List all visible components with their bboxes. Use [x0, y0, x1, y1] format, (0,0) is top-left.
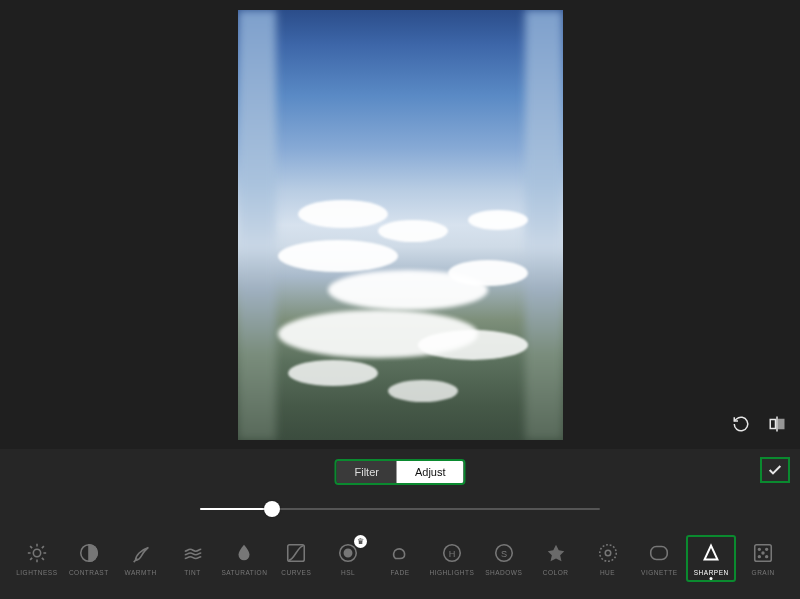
mode-tabs: Filter Adjust — [334, 459, 465, 485]
tool-fade[interactable]: FADE — [377, 541, 423, 576]
canvas-area — [0, 10, 800, 440]
tool-label: CURVES — [281, 569, 311, 576]
tool-tint[interactable]: TINT — [170, 541, 216, 576]
svg-point-3 — [33, 549, 40, 556]
svg-text:S: S — [501, 548, 507, 558]
highlights-icon: H — [440, 541, 464, 565]
tab-adjust[interactable]: Adjust — [397, 461, 464, 483]
adjust-tool-row: LIGHTNESSCONTRASTWARMTHTINTSATURATIONCUR… — [0, 527, 800, 589]
grain-icon — [751, 541, 775, 565]
svg-point-22 — [605, 550, 611, 556]
photo-preview[interactable] — [238, 10, 563, 440]
fade-icon — [388, 541, 412, 565]
svg-rect-1 — [770, 420, 775, 429]
svg-rect-2 — [779, 420, 784, 429]
svg-line-9 — [42, 557, 44, 559]
tool-curves[interactable]: CURVES — [273, 541, 319, 576]
tool-label: WARMTH — [125, 569, 157, 576]
tool-label: FADE — [391, 569, 410, 576]
tool-label: CONTRAST — [69, 569, 109, 576]
photo-blur-left — [238, 10, 276, 440]
tab-filter[interactable]: Filter — [336, 461, 396, 483]
tool-label: LIGHTNESS — [16, 569, 57, 576]
premium-badge-icon: ♛ — [354, 535, 367, 548]
tool-label: HSL — [341, 569, 355, 576]
tool-grain[interactable]: GRAIN — [740, 541, 786, 576]
tool-lightness[interactable]: LIGHTNESS — [14, 541, 60, 576]
svg-rect-23 — [651, 546, 668, 559]
svg-text:H: H — [449, 548, 456, 558]
svg-line-8 — [30, 546, 32, 548]
photo-blur-right — [525, 10, 563, 440]
tool-label: SHARPEN — [694, 569, 729, 576]
apply-button[interactable] — [760, 457, 790, 483]
svg-point-25 — [759, 548, 761, 550]
tool-saturation[interactable]: SATURATION — [221, 541, 267, 576]
slider-fill — [200, 508, 272, 510]
tool-vignette[interactable]: VIGNETTE — [636, 541, 682, 576]
svg-point-29 — [766, 555, 768, 557]
lightness-icon — [25, 541, 49, 565]
undo-button[interactable] — [730, 413, 752, 435]
canvas-side-controls — [730, 413, 788, 435]
warmth-icon — [129, 541, 153, 565]
tool-color[interactable]: COLOR — [533, 541, 579, 576]
selected-dot — [710, 577, 713, 580]
shadows-icon: S — [492, 541, 516, 565]
tool-hsl[interactable]: HSL♛ — [325, 541, 371, 576]
svg-point-16 — [344, 549, 351, 556]
hue-icon — [596, 541, 620, 565]
check-icon — [767, 462, 783, 478]
tool-highlights[interactable]: HHIGHLIGHTS — [429, 541, 475, 576]
tool-contrast[interactable]: CONTRAST — [66, 541, 112, 576]
curves-icon — [284, 541, 308, 565]
svg-point-27 — [762, 552, 764, 554]
svg-line-11 — [42, 546, 44, 548]
tool-label: HIGHLIGHTS — [430, 569, 475, 576]
tool-label: COLOR — [543, 569, 569, 576]
bottom-panel: Filter Adjust LIGHTNESSCONTRASTWARMTHTIN… — [0, 449, 800, 599]
svg-point-28 — [759, 555, 761, 557]
contrast-icon — [77, 541, 101, 565]
svg-point-26 — [766, 548, 768, 550]
tool-label: TINT — [184, 569, 200, 576]
tool-warmth[interactable]: WARMTH — [118, 541, 164, 576]
adjust-slider[interactable] — [200, 499, 600, 519]
slider-thumb[interactable] — [264, 501, 280, 517]
tool-label: GRAIN — [752, 569, 775, 576]
saturation-icon — [232, 541, 256, 565]
compare-button[interactable] — [766, 413, 788, 435]
tool-label: HUE — [600, 569, 615, 576]
tool-label: VIGNETTE — [641, 569, 678, 576]
color-icon — [544, 541, 568, 565]
svg-point-21 — [599, 544, 616, 561]
sharpen-icon — [699, 541, 723, 565]
svg-line-10 — [30, 557, 32, 559]
vignette-icon — [647, 541, 671, 565]
tool-label: SHADOWS — [485, 569, 522, 576]
tool-hue[interactable]: HUE — [585, 541, 631, 576]
tint-icon — [181, 541, 205, 565]
tool-shadows[interactable]: SSHADOWS — [481, 541, 527, 576]
tool-sharpen[interactable]: SHARPEN — [688, 541, 734, 576]
slider-track — [200, 508, 600, 510]
tool-label: SATURATION — [221, 569, 267, 576]
